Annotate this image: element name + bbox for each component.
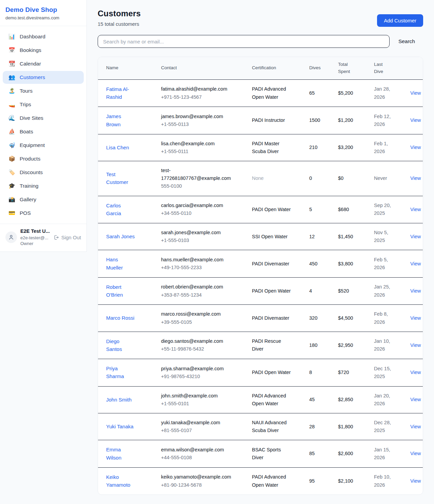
customer-phone: 555-0100: [161, 182, 241, 190]
customer-dives: 450: [309, 261, 317, 266]
customer-last-dive: Jan 15, 2026: [374, 446, 395, 462]
column-header-actions: [405, 57, 423, 79]
customer-last-dive: Dec 15, 2025: [374, 365, 395, 380]
customer-certification: PADI Advanced Open Water: [252, 392, 293, 408]
sidebar-item-gallery[interactable]: 📸 Gallery: [3, 193, 84, 206]
customer-email: keiko.yamamoto@example.com: [161, 473, 233, 481]
view-customer-link[interactable]: View: [410, 288, 421, 294]
customer-name-link[interactable]: Priya Sharma: [106, 365, 135, 380]
customer-email: diego.santos@example.com: [161, 337, 233, 345]
search-input[interactable]: [98, 35, 390, 48]
customer-name-link[interactable]: Test Customer: [106, 170, 135, 186]
customer-name-link[interactable]: James Brown: [106, 112, 135, 128]
sidebar-item-trips[interactable]: 🚤 Trips: [3, 98, 84, 111]
add-customer-button[interactable]: Add Customer: [377, 14, 423, 27]
table-row: Carlos Garcia carlos.garcia@example.com …: [98, 196, 423, 223]
table-row: Hans Mueller hans.mueller@example.com +4…: [98, 250, 423, 277]
customer-email: robert.obrien@example.com: [161, 283, 233, 291]
sidebar-item-products[interactable]: 📦 Products: [3, 152, 84, 165]
customer-dives: 1500: [309, 117, 320, 123]
customer-total-spent: $3,200: [338, 145, 353, 150]
sidebar-item-training[interactable]: 🎓 Training: [3, 180, 84, 192]
customer-total-spent: $3,800: [338, 261, 353, 266]
view-customer-link[interactable]: View: [410, 424, 421, 429]
customer-name-link[interactable]: Emma Wilson: [106, 446, 135, 462]
sidebar-item-dashboard[interactable]: 📊 Dashboard: [3, 30, 84, 43]
customer-name-link[interactable]: Keiko Yamamoto: [106, 473, 135, 489]
view-customer-link[interactable]: View: [410, 315, 421, 321]
column-header-total-spent: Total Spent: [333, 57, 369, 79]
view-customer-link[interactable]: View: [410, 478, 421, 484]
customer-last-dive: Feb 8, 2026: [374, 310, 395, 326]
customer-name-link[interactable]: Carlos Garcia: [106, 202, 135, 218]
view-customer-link[interactable]: View: [410, 175, 421, 181]
column-header-last-dive: Last Dive: [369, 57, 405, 79]
nav-icon: ⛵: [8, 129, 15, 134]
sidebar-item-tours[interactable]: 🏝️ Tours: [3, 85, 84, 97]
nav-icon: 🎓: [8, 183, 15, 189]
customer-dives: 28: [309, 424, 315, 429]
view-customer-link[interactable]: View: [410, 397, 421, 402]
customer-name-link[interactable]: Robert O'Brien: [106, 283, 135, 299]
sidebar-item-discounts[interactable]: 🏷️ Discounts: [3, 166, 84, 179]
view-customer-link[interactable]: View: [410, 451, 421, 456]
view-customer-link[interactable]: View: [410, 342, 421, 348]
customer-email: sarah.jones@example.com: [161, 229, 233, 237]
sidebar-item-bookings[interactable]: 📅 Bookings: [3, 44, 84, 57]
sidebar-header: Demo Dive Shop demo.test.divestreams.com: [0, 0, 86, 26]
customer-total-spent: $1,200: [338, 117, 353, 123]
table-row: Sarah Jones sarah.jones@example.com +1-5…: [98, 223, 423, 250]
sidebar-item-calendar[interactable]: 📆 Calendar: [3, 57, 84, 70]
sidebar-item-label: Gallery: [20, 197, 36, 203]
customer-total-spent: $2,600: [338, 451, 353, 456]
view-customer-link[interactable]: View: [410, 145, 421, 150]
customer-phone: +81-90-1234-5678: [161, 481, 241, 489]
customer-certification: PADI Advanced Open Water: [252, 473, 293, 489]
view-customer-link[interactable]: View: [410, 234, 421, 239]
customer-email: marco.rossi@example.com: [161, 310, 233, 318]
customer-last-dive: Feb 5, 2026: [374, 256, 395, 272]
search-row: Search: [98, 35, 423, 48]
sidebar-item-customers[interactable]: 👥 Customers: [3, 71, 84, 84]
view-customer-link[interactable]: View: [410, 370, 421, 375]
customer-email: james.brown@example.com: [161, 113, 233, 120]
view-customer-link[interactable]: View: [410, 117, 421, 123]
user-info: E2E Test U... e2e-tester@... Owner: [20, 228, 50, 247]
customer-name-link[interactable]: Diego Santos: [106, 337, 135, 353]
sidebar-item-label: Tours: [20, 88, 33, 94]
customer-last-dive: Dec 28, 2025: [374, 419, 395, 434]
view-customer-link[interactable]: View: [410, 207, 421, 212]
customer-email: john.smith@example.com: [161, 392, 233, 400]
customer-phone: +39-555-0105: [161, 318, 241, 326]
column-header-name: Name: [98, 57, 156, 79]
customer-phone: +44-555-0108: [161, 454, 241, 462]
view-customer-link[interactable]: View: [410, 261, 421, 266]
nav-icon: 📅: [8, 48, 15, 53]
view-customer-link[interactable]: View: [410, 90, 421, 96]
sidebar-item-label: Bookings: [20, 47, 41, 53]
customer-name-link[interactable]: Marco Rossi: [106, 314, 134, 322]
customer-total-spent: $0: [338, 175, 343, 181]
sidebar-item-pos[interactable]: 💳 POS: [3, 207, 84, 220]
sidebar-item-equipment[interactable]: 🤿 Equipment: [3, 139, 84, 152]
sign-out-button[interactable]: Sign Out: [53, 235, 81, 240]
customer-dives: 4: [309, 288, 312, 294]
table-body: Fatima Al-Rashid fatima.alrashid@example…: [98, 79, 423, 494]
customer-name-link[interactable]: Yuki Tanaka: [106, 423, 134, 430]
table-row: Marco Rossi marco.rossi@example.com +39-…: [98, 305, 423, 332]
customer-name-link[interactable]: Sarah Jones: [106, 232, 135, 240]
customer-name-link[interactable]: Hans Mueller: [106, 256, 135, 272]
customer-total-spent: $2,950: [338, 342, 353, 348]
search-button[interactable]: Search: [390, 38, 423, 44]
nav-icon: 📸: [8, 197, 15, 202]
sidebar-item-label: Training: [20, 183, 38, 189]
customer-name-link[interactable]: Fatima Al-Rashid: [106, 85, 135, 101]
customer-name-link[interactable]: Lisa Chen: [106, 144, 129, 151]
sidebar-item-boats[interactable]: ⛵ Boats: [3, 125, 84, 138]
customer-dives: 210: [309, 145, 317, 150]
page-header: Customers 15 total customers Add Custome…: [98, 9, 423, 27]
customer-total-spent: $520: [338, 288, 349, 294]
customer-name-link[interactable]: John Smith: [106, 396, 132, 404]
customer-last-dive: Jan 20, 2026: [374, 392, 395, 408]
sidebar-item-dive-sites[interactable]: 🌊 Dive Sites: [3, 112, 84, 125]
